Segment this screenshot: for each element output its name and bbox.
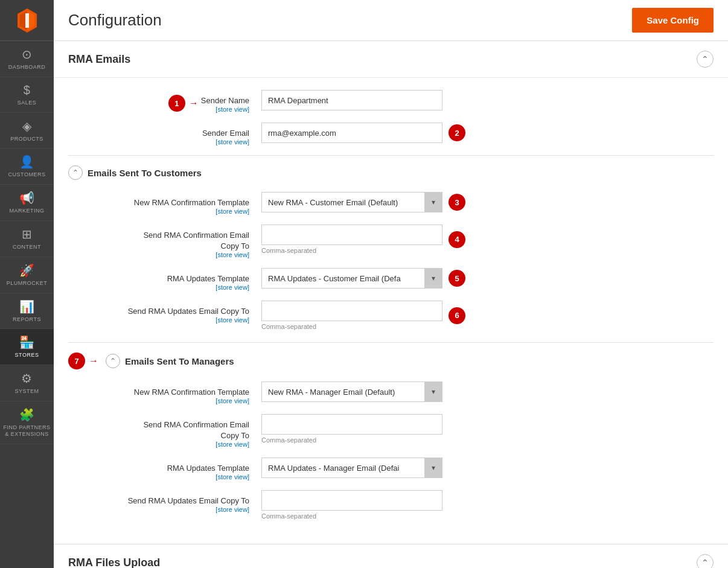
customer-send-confirmation-store-view: [store view]	[68, 251, 249, 258]
manager-new-rma-template-row: New RMA Confirmation Template [store vie…	[68, 381, 714, 404]
sidebar-item-sales[interactable]: $ SALES	[0, 77, 54, 113]
manager-send-updates-hint: Comma-separated	[261, 512, 714, 520]
chevron-up-icon-files: ⌃	[701, 558, 709, 567]
system-icon: ⚙	[21, 371, 33, 386]
sidebar-item-label: SALES	[18, 100, 37, 106]
main-content: Configuration Save Config RMA Emails ⌃	[54, 0, 728, 568]
manager-send-confirmation-copy-control: Comma-separated	[261, 414, 714, 444]
page-header: Configuration Save Config	[54, 0, 728, 41]
sidebar-item-label: CUSTOMERS	[8, 171, 46, 178]
manager-send-confirmation-hint: Comma-separated	[261, 436, 714, 444]
sidebar-item-stores[interactable]: 🏪 STORES	[0, 329, 54, 365]
customer-send-confirmation-copy-input[interactable]	[261, 225, 442, 245]
marketing-icon: 📢	[19, 191, 35, 205]
customer-rma-updates-template-row: RMA Updates Template [store view] RMA Up…	[68, 268, 714, 291]
rma-emails-toggle[interactable]: ⌃	[697, 51, 714, 68]
emails-customers-toggle[interactable]: ⌃	[68, 165, 83, 180]
chevron-up-icon: ⌃	[701, 54, 709, 64]
customer-send-updates-copy-input[interactable]	[261, 301, 442, 321]
customer-send-updates-store-view: [store view]	[68, 316, 249, 324]
customer-send-confirmation-copy-row: Send RMA Confirmation EmailCopy To [stor…	[68, 225, 714, 258]
sidebar-item-reports[interactable]: 📊 REPORTS	[0, 293, 54, 330]
sender-name-input[interactable]	[261, 90, 442, 110]
badge-6: 6	[449, 307, 465, 324]
sender-name-label: 1 → Sender Name [store view]	[68, 90, 261, 113]
sidebar-item-plumrocket[interactable]: 🚀 PLUMROCKET	[0, 257, 54, 293]
stores-icon: 🏪	[19, 335, 35, 349]
manager-new-rma-template-label: New RMA Confirmation Template [store vie…	[68, 381, 261, 404]
sender-email-store-view: [store view]	[68, 138, 249, 145]
customer-new-rma-template-label-text: New RMA Confirmation Template	[134, 198, 249, 207]
partners-icon: 🧩	[19, 407, 35, 422]
customer-new-rma-template-row: New RMA Confirmation Template [store vie…	[68, 192, 714, 215]
sender-email-control: 2	[261, 123, 714, 143]
manager-rma-updates-template-row: RMA Updates Template [store view] RMA Up…	[68, 458, 714, 480]
customer-rma-updates-template-select[interactable]: RMA Updates - Customer Email (Defa	[261, 268, 442, 289]
emails-managers-section: 7 → ⌃ Emails Sent To Managers New RMA Co…	[68, 342, 714, 520]
manager-new-rma-template-store-view: [store view]	[68, 397, 249, 404]
customer-send-confirmation-copy-label-text: Send RMA Confirmation EmailCopy To	[143, 231, 249, 250]
sidebar-item-products[interactable]: ◈ PRODUCTS	[0, 113, 54, 149]
customer-rma-updates-template-label: RMA Updates Template [store view]	[68, 268, 261, 291]
badge-5: 5	[449, 270, 465, 287]
sales-icon: $	[24, 83, 31, 97]
emails-customers-section: ⌃ Emails Sent To Customers New RMA Confi…	[68, 155, 714, 330]
customer-send-updates-copy-control: Comma-separated 6	[261, 301, 714, 330]
sidebar: ⊙ DASHBOARD $ SALES ◈ PRODUCTS 👤 CUSTOME…	[0, 0, 54, 568]
reports-icon: 📊	[19, 299, 35, 314]
sidebar-item-label: SYSTEM	[14, 388, 39, 395]
customer-send-updates-copy-row: Send RMA Updates Email Copy To [store vi…	[68, 301, 714, 330]
rma-files-header: RMA Files Upload ⌃	[54, 544, 728, 568]
sidebar-item-marketing[interactable]: 📢 MARKETING	[0, 185, 54, 221]
manager-send-updates-copy-control: Comma-separated	[261, 490, 714, 520]
manager-send-updates-copy-input[interactable]	[261, 490, 442, 511]
manager-send-updates-copy-row: Send RMA Updates Email Copy To [store vi…	[68, 490, 714, 520]
customer-send-confirmation-copy-label: Send RMA Confirmation EmailCopy To [stor…	[68, 225, 261, 258]
arrow-7-icon: →	[89, 356, 98, 366]
sidebar-item-content[interactable]: ⊞ CONTENT	[0, 221, 54, 257]
rma-files-title: RMA Files Upload	[68, 557, 160, 569]
rma-emails-body: 1 → Sender Name [store view]	[54, 78, 728, 544]
sidebar-item-customers[interactable]: 👤 CUSTOMERS	[0, 148, 54, 185]
customer-rma-updates-template-control: RMA Updates - Customer Email (Defa ▾ 5	[261, 268, 714, 289]
sidebar-item-label: STORES	[15, 352, 39, 359]
manager-new-rma-template-control: New RMA - Manager Email (Default) ▾	[261, 381, 714, 402]
manager-rma-updates-template-label-text: RMA Updates Template	[167, 464, 249, 473]
customer-new-rma-template-select[interactable]: New RMA - Customer Email (Default)	[261, 192, 442, 212]
plumrocket-icon: 🚀	[19, 263, 35, 278]
sidebar-item-label: MARKETING	[9, 208, 44, 214]
sidebar-item-system[interactable]: ⚙ SYSTEM	[0, 365, 54, 401]
sidebar-item-dashboard[interactable]: ⊙ DASHBOARD	[0, 41, 54, 77]
sender-name-control	[261, 90, 714, 110]
manager-rma-updates-template-control: RMA Updates - Manager Email (Defai ▾	[261, 458, 714, 478]
page-title: Configuration	[68, 11, 162, 30]
magento-logo-icon	[14, 7, 40, 34]
sidebar-item-label: REPORTS	[13, 316, 41, 323]
badge-1: 1	[168, 95, 185, 112]
save-config-button[interactable]: Save Config	[632, 8, 714, 33]
sender-email-label: Sender Email [store view]	[68, 123, 261, 145]
emails-managers-toggle[interactable]: ⌃	[106, 354, 120, 368]
manager-new-rma-template-select[interactable]: New RMA - Manager Email (Default)	[261, 381, 442, 402]
customer-send-updates-hint: Comma-separated	[261, 323, 442, 330]
sender-name-store-view: [store view]	[68, 106, 249, 113]
badge-7: 7	[68, 353, 85, 369]
customer-new-rma-template-label: New RMA Confirmation Template [store vie…	[68, 192, 261, 215]
manager-send-confirmation-copy-label-text: Send RMA Confirmation EmailCopy To	[143, 420, 249, 440]
svg-rect-3	[25, 13, 29, 28]
sidebar-item-label: CONTENT	[13, 244, 41, 250]
manager-send-confirmation-copy-input[interactable]	[261, 414, 442, 435]
rma-files-toggle[interactable]: ⌃	[697, 554, 714, 568]
customer-rma-updates-template-label-text: RMA Updates Template	[167, 274, 249, 283]
customer-send-updates-copy-label: Send RMA Updates Email Copy To [store vi…	[68, 301, 261, 324]
rma-emails-section: RMA Emails ⌃ 1 →	[54, 41, 728, 544]
sidebar-item-label: PLUMROCKET	[7, 280, 48, 287]
sidebar-item-find-partners[interactable]: 🧩 FIND PARTNERS & EXTENSIONS	[0, 401, 54, 444]
sender-name-label-text: 1 → Sender Name	[201, 96, 249, 105]
sender-email-input[interactable]	[261, 123, 442, 143]
manager-rma-updates-template-select[interactable]: RMA Updates - Manager Email (Defai	[261, 458, 442, 478]
rma-files-section: RMA Files Upload ⌃	[54, 544, 728, 568]
customers-icon: 👤	[19, 155, 35, 169]
arrow-1-icon: →	[189, 98, 199, 109]
manager-send-confirmation-store-view: [store view]	[68, 441, 249, 448]
